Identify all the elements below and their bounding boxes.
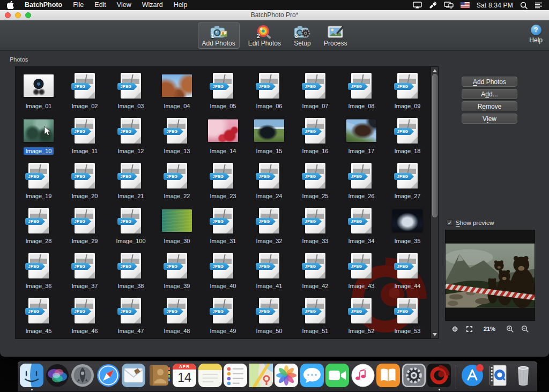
show-preview-checkbox[interactable]: ✓ (447, 220, 453, 226)
help-button[interactable]: ? Help (529, 25, 543, 44)
dock-calendar[interactable]: APR14 (173, 364, 196, 390)
photo-item-Image_14[interactable]: Image_14 (200, 114, 246, 159)
menu-batchphoto[interactable]: BatchPhoto (19, 0, 68, 10)
toolbar-button-add-photos[interactable]: 1Add Photos (198, 22, 240, 49)
photo-item-Image_37[interactable]: JPEGImage_37 (62, 249, 108, 294)
photo-item-Image_34[interactable]: JPEGImage_34 (338, 204, 384, 249)
photo-item-Image_21[interactable]: JPEGImage_21 (108, 159, 154, 204)
photo-item-Image_30[interactable]: Image_30 (154, 204, 200, 249)
dock-messages[interactable] (300, 364, 324, 390)
scroll-up-arrow[interactable] (431, 67, 438, 74)
dock-maps[interactable] (249, 364, 273, 390)
dock-quicktime-document[interactable] (486, 364, 510, 390)
toolbar-button-process[interactable]: Process (320, 22, 351, 49)
photo-item-Image_35[interactable]: Image_35 (384, 204, 431, 249)
dock-app-store[interactable] (461, 364, 484, 390)
photo-item-Image_25[interactable]: JPEGImage_25 (292, 159, 338, 204)
fit-to-window-icon[interactable] (451, 326, 458, 333)
actual-size-icon[interactable] (466, 326, 473, 333)
photo-item-Image_47[interactable]: JPEGImage_47 (108, 294, 154, 339)
photo-item-Image_17[interactable]: Image_17 (338, 114, 384, 159)
photo-item-Image_09[interactable]: JPEGImage_09 (384, 69, 431, 114)
photo-item-Image_23[interactable]: JPEGImage_23 (200, 159, 246, 204)
dock-batchphoto[interactable] (427, 364, 451, 390)
notification-center-icon[interactable] (535, 2, 543, 9)
photo-item-Image_32[interactable]: JPEGImage_32 (246, 204, 292, 249)
photo-item-Image_03[interactable]: JPEGImage_03 (108, 69, 154, 114)
dock-siri[interactable] (46, 364, 69, 390)
menu-view[interactable]: View (112, 0, 137, 10)
photo-item-Image_52[interactable]: JPEGImage_52 (338, 294, 384, 339)
photo-item-Image_12[interactable]: JPEGImage_12 (108, 114, 154, 159)
photo-item-Image_49[interactable]: JPEGImage_49 (200, 294, 246, 339)
graphics-tool-icon[interactable] (429, 2, 437, 9)
photo-item-Image_33[interactable]: JPEGImage_33 (292, 204, 338, 249)
minimize-button[interactable] (15, 12, 21, 18)
zoom-button[interactable] (25, 12, 31, 18)
photo-item-Image_05[interactable]: JPEGImage_05 (200, 69, 246, 114)
show-preview-control[interactable]: ✓ Show preview (447, 220, 494, 226)
photo-item-Image_50[interactable]: JPEGImage_50 (246, 294, 292, 339)
photo-item-Image_44[interactable]: JPEGImage_44 (384, 249, 431, 294)
photo-item-Image_38[interactable]: JPEGImage_38 (108, 249, 154, 294)
photo-item-Image_29[interactable]: JPEGImage_29 (62, 204, 108, 249)
dock-trash[interactable] (511, 364, 535, 390)
dock-reminders[interactable] (224, 364, 247, 390)
photo-item-Image_07[interactable]: JPEGImage_07 (292, 69, 338, 114)
photo-item-Image_16[interactable]: JPEGImage_16 (292, 114, 338, 159)
scroll-down-arrow[interactable] (431, 331, 438, 338)
input-source-flag-icon[interactable] (461, 2, 470, 8)
photo-item-Image_06[interactable]: JPEGImage_06 (246, 69, 292, 114)
menu-bar-clock[interactable]: Sat 8:34 PM (477, 2, 513, 9)
photo-item-Image_19[interactable]: JPEGImage_19 (16, 159, 62, 204)
photo-item-Image_48[interactable]: JPEGImage_48 (154, 294, 200, 339)
window-title-bar[interactable]: BatchPhoto Pro* (0, 10, 549, 20)
photo-item-Image_02[interactable]: JPEGImage_02 (62, 69, 108, 114)
photo-item-Image_42[interactable]: JPEGImage_42 (292, 249, 338, 294)
add-photos-button[interactable]: Add Photos (462, 77, 517, 87)
menu-wizard[interactable]: Wizard (137, 0, 168, 10)
remove-button[interactable]: Remove (462, 101, 517, 111)
photo-item-Image_31[interactable]: JPEGImage_31 (200, 204, 246, 249)
photo-item-Image_24[interactable]: JPEGImage_24 (246, 159, 292, 204)
menu-file[interactable]: File (68, 0, 89, 10)
zoom-out-icon[interactable] (521, 325, 529, 333)
photo-item-Image_10[interactable]: Image_10 (16, 114, 62, 159)
close-button[interactable] (5, 12, 11, 18)
apple-menu-icon[interactable] (4, 1, 16, 9)
photo-item-Image_20[interactable]: JPEGImage_20 (62, 159, 108, 204)
dock-itunes[interactable] (351, 364, 375, 390)
dock-system-preferences[interactable] (402, 364, 426, 390)
photo-item-Image_28[interactable]: JPEGImage_28 (16, 204, 62, 249)
toolbar-button-setup[interactable]: 3Setup (290, 22, 315, 49)
menu-help[interactable]: Help (168, 0, 193, 10)
photo-item-Image_08[interactable]: JPEGImage_08 (338, 69, 384, 114)
add-button[interactable]: Add... (462, 89, 517, 99)
dock-mail[interactable] (122, 364, 145, 390)
photo-item-Image_45[interactable]: JPEGImage_45 (16, 294, 62, 339)
menu-edit[interactable]: Edit (89, 0, 112, 10)
photo-item-Image_11[interactable]: JPEGImage_11 (62, 114, 108, 159)
photo-item-Image_39[interactable]: JPEGImage_39 (154, 249, 200, 294)
photo-item-Image_15[interactable]: Image_15 (246, 114, 292, 159)
dock-photos[interactable] (274, 364, 298, 390)
photo-item-Image_18[interactable]: JPEGImage_18 (384, 114, 431, 159)
photo-item-Image_43[interactable]: JPEGImage_43 (338, 249, 384, 294)
zoom-in-icon[interactable] (506, 325, 514, 333)
photo-item-Image_04[interactable]: Image_04 (154, 69, 200, 114)
dock-contacts[interactable] (147, 364, 171, 390)
dock-ibooks[interactable] (376, 364, 400, 390)
dock-safari[interactable] (97, 364, 120, 390)
photo-item-Image_36[interactable]: JPEGImage_36 (16, 249, 62, 294)
vertical-scrollbar[interactable] (431, 67, 438, 338)
scrollbar-thumb[interactable] (432, 74, 437, 217)
dock-notes[interactable] (198, 364, 222, 390)
view-button[interactable]: View (462, 114, 517, 124)
photo-item-Image_22[interactable]: JPEGImage_22 (154, 159, 200, 204)
photo-item-Image_13[interactable]: JPEGImage_13 (154, 114, 200, 159)
photo-item-Image_26[interactable]: JPEGImage_26 (338, 159, 384, 204)
displays-icon[interactable] (444, 2, 454, 9)
photo-item-Image_27[interactable]: JPEGImage_27 (384, 159, 431, 204)
dock-facetime[interactable] (325, 364, 349, 390)
airplay-display-icon[interactable] (413, 2, 422, 9)
